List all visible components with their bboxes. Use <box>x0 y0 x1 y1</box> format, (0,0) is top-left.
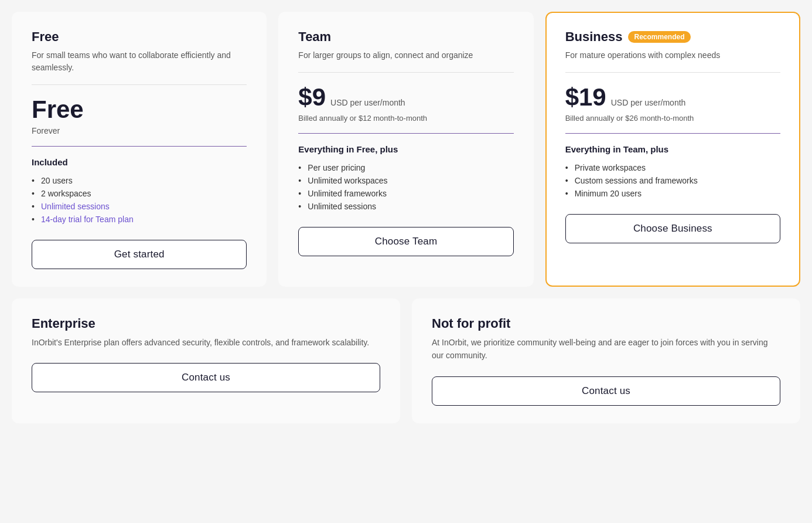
pricing-page: Free For small teams who want to collabo… <box>12 12 800 423</box>
list-item: Minimum 20 users <box>565 187 780 200</box>
enterprise-cta-button[interactable]: Contact us <box>32 363 380 392</box>
list-item: Unlimited frameworks <box>298 187 513 200</box>
team-divider-1 <box>298 72 513 73</box>
business-price-billed: Billed annually or $26 month-to-month <box>565 114 780 123</box>
nonprofit-plan-description: At InOrbit, we prioritize community well… <box>432 336 780 362</box>
free-features-list: 20 users 2 workspaces Unlimited sessions… <box>32 174 247 226</box>
free-plan-name: Free <box>32 29 59 45</box>
business-price-unit: USD per user/month <box>611 98 686 107</box>
team-plan-description: For larger groups to align, connect and … <box>298 49 513 62</box>
team-price-billed: Billed annually or $12 month-to-month <box>298 114 513 123</box>
free-plan-name-row: Free <box>32 29 247 45</box>
team-price-main: $9 USD per user/month <box>298 83 513 111</box>
business-divider-2 <box>565 133 780 134</box>
free-plan-description: For small teams who want to collaborate … <box>32 49 247 74</box>
business-plan-header: Business Recommended For mature operatio… <box>565 29 780 62</box>
team-plan-card: Team For larger groups to align, connect… <box>278 12 533 287</box>
team-plan-name: Team <box>298 29 331 45</box>
business-plan-card: Business Recommended For mature operatio… <box>545 12 800 287</box>
free-divider-2 <box>32 146 247 147</box>
business-cta-button[interactable]: Choose Business <box>565 214 780 243</box>
free-cta-button[interactable]: Get started <box>32 240 247 269</box>
free-divider-1 <box>32 84 247 85</box>
nonprofit-plan-card: Not for profit At InOrbit, we prioritize… <box>412 298 800 423</box>
team-price-amount: $9 <box>298 83 326 111</box>
list-item: Per user pricing <box>298 161 513 174</box>
nonprofit-plan-name-row: Not for profit <box>432 316 780 331</box>
list-item: 20 users <box>32 174 247 187</box>
free-features-heading: Included <box>32 157 247 167</box>
list-item: Unlimited workspaces <box>298 174 513 187</box>
nonprofit-plan-name: Not for profit <box>432 316 510 331</box>
list-item: 14-day trial for Team plan <box>32 213 247 226</box>
business-plan-name: Business <box>565 29 623 45</box>
business-features-list: Private workspaces Custom sessions and f… <box>565 161 780 200</box>
team-features-heading: Everything in Free, plus <box>298 144 513 154</box>
bottom-plans-row: Enterprise InOrbit's Enterprise plan off… <box>12 298 800 423</box>
nonprofit-cta-button[interactable]: Contact us <box>432 376 780 406</box>
enterprise-plan-card: Enterprise InOrbit's Enterprise plan off… <box>12 298 400 423</box>
team-plan-name-row: Team <box>298 29 513 45</box>
team-cta-button[interactable]: Choose Team <box>298 227 513 256</box>
enterprise-plan-name-row: Enterprise <box>32 316 380 331</box>
free-price-forever: Forever <box>32 126 247 135</box>
team-divider-2 <box>298 133 513 134</box>
list-item: Private workspaces <box>565 161 780 174</box>
business-divider-1 <box>565 72 780 73</box>
business-features-heading: Everything in Team, plus <box>565 144 780 154</box>
business-plan-description: For mature operations with complex needs <box>565 49 780 62</box>
team-plan-header: Team For larger groups to align, connect… <box>298 29 513 62</box>
free-price-amount: Free <box>32 96 84 124</box>
enterprise-plan-name: Enterprise <box>32 316 95 331</box>
list-item: 2 workspaces <box>32 187 247 200</box>
business-price-section: $19 USD per user/month Billed annually o… <box>565 83 780 123</box>
business-price-main: $19 USD per user/month <box>565 83 780 111</box>
list-item: Unlimited sessions <box>298 200 513 213</box>
team-features-list: Per user pricing Unlimited workspaces Un… <box>298 161 513 213</box>
top-plans-row: Free For small teams who want to collabo… <box>12 12 800 287</box>
business-price-amount: $19 <box>565 83 606 111</box>
team-price-unit: USD per user/month <box>330 98 405 107</box>
free-price-section: Free Forever <box>32 96 247 135</box>
recommended-badge: Recommended <box>628 31 690 43</box>
list-item: Unlimited sessions <box>32 200 247 213</box>
free-plan-card: Free For small teams who want to collabo… <box>12 12 267 287</box>
team-price-section: $9 USD per user/month Billed annually or… <box>298 83 513 123</box>
free-plan-header: Free For small teams who want to collabo… <box>32 29 247 74</box>
business-plan-name-row: Business Recommended <box>565 29 780 45</box>
list-item: Custom sessions and frameworks <box>565 174 780 187</box>
free-price-main: Free <box>32 96 247 124</box>
enterprise-plan-description: InOrbit's Enterprise plan offers advance… <box>32 336 380 349</box>
